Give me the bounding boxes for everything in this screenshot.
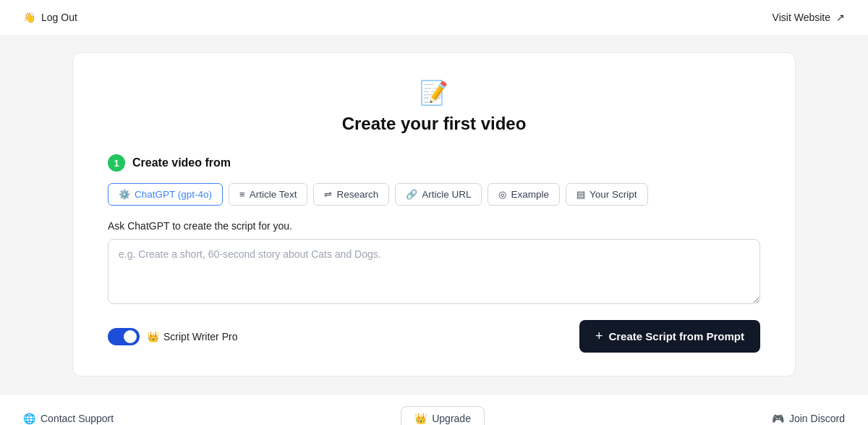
logout-button[interactable]: 👋 Log Out — [23, 12, 77, 23]
tab-chatgpt[interactable]: ⚙️ ChatGPT (gpt-4o) — [108, 183, 223, 206]
tab-example-label: Example — [511, 189, 549, 200]
article-tab-icon: ≡ — [239, 189, 245, 200]
top-bar: 👋 Log Out Visit Website ↗ — [0, 0, 868, 35]
create-script-button[interactable]: + Create Script from Prompt — [579, 320, 760, 353]
upgrade-button[interactable]: 👑 Upgrade — [401, 406, 485, 425]
tab-research-label: Research — [336, 189, 378, 200]
tab-article-text[interactable]: ≡ Article Text — [229, 183, 307, 206]
tab-article-text-label: Article Text — [250, 189, 297, 200]
step-section: 1 Create video from — [108, 154, 760, 172]
source-tabs: ⚙️ ChatGPT (gpt-4o) ≡ Article Text ⇌ Res… — [108, 183, 760, 206]
main-content: 📝 Create your first video 1 Create video… — [0, 35, 868, 394]
link-tab-icon: 🔗 — [406, 189, 417, 200]
tab-your-script-label: Your Script — [590, 189, 637, 200]
tab-article-url-label: Article URL — [422, 189, 471, 200]
prompt-description: Ask ChatGPT to create the script for you… — [108, 220, 760, 232]
script-writer-pro-toggle[interactable] — [108, 328, 140, 345]
step-badge: 1 — [108, 154, 125, 172]
create-video-card: 📝 Create your first video 1 Create video… — [72, 52, 796, 376]
step-label: Create video from — [132, 156, 231, 169]
crown-icon: 👑 — [147, 331, 159, 342]
tab-article-url[interactable]: 🔗 Article URL — [395, 183, 482, 206]
tab-example[interactable]: ◎ Example — [488, 183, 560, 206]
example-tab-icon: ◎ — [498, 189, 506, 200]
crown-footer-icon: 👑 — [414, 413, 427, 424]
visit-website-button[interactable]: Visit Website ↗ — [773, 12, 845, 23]
research-tab-icon: ⇌ — [324, 189, 332, 200]
join-discord-label: Join Discord — [789, 413, 845, 424]
toggle-text: Script Writer Pro — [163, 331, 237, 342]
bottom-row: 👑 Script Writer Pro + Create Script from… — [108, 320, 760, 353]
create-script-label: Create Script from Prompt — [608, 330, 744, 342]
visit-label: Visit Website — [773, 12, 830, 23]
plus-icon: + — [595, 329, 603, 344]
discord-icon: 🎮 — [772, 413, 784, 424]
globe-icon: 🌐 — [23, 413, 35, 424]
tab-research[interactable]: ⇌ Research — [313, 183, 389, 206]
logout-label: Log Out — [41, 12, 77, 23]
contact-support-button[interactable]: 🌐 Contact Support — [23, 413, 114, 424]
footer: 🌐 Contact Support 👑 Upgrade 🎮 Join Disco… — [0, 394, 868, 425]
hand-icon: 👋 — [23, 12, 35, 23]
script-writer-pro-toggle-row: 👑 Script Writer Pro — [108, 328, 237, 345]
prompt-input[interactable] — [108, 239, 760, 304]
upgrade-label: Upgrade — [432, 413, 471, 424]
toggle-label: 👑 Script Writer Pro — [147, 331, 237, 342]
video-icon: 📝 — [420, 79, 448, 106]
tab-chatgpt-label: ChatGPT (gpt-4o) — [135, 189, 212, 200]
card-header: 📝 Create your first video — [108, 79, 760, 134]
gear-tab-icon: ⚙️ — [119, 189, 130, 200]
contact-support-label: Contact Support — [41, 413, 114, 424]
script-tab-icon: ▤ — [576, 189, 585, 200]
tab-your-script[interactable]: ▤ Your Script — [566, 183, 648, 206]
join-discord-button[interactable]: 🎮 Join Discord — [772, 413, 845, 424]
external-link-icon: ↗ — [836, 12, 845, 23]
page-title: Create your first video — [342, 114, 527, 134]
